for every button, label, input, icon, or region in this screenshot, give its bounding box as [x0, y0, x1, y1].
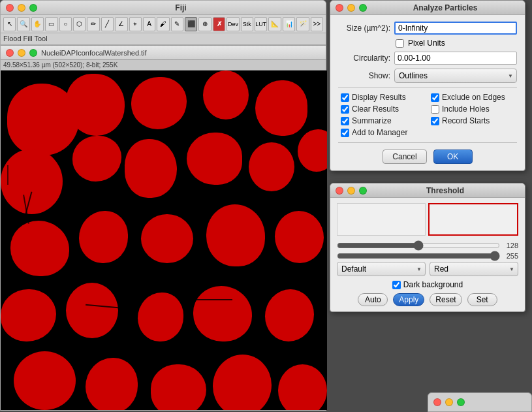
cancel-button[interactable]: Cancel [383, 150, 426, 164]
wand-tool[interactable]: ⌖ [129, 17, 142, 31]
stk-btn[interactable]: Stk [241, 17, 253, 31]
reset-button[interactable]: Reset [430, 293, 462, 306]
analyze-dialog-buttons: Cancel OK [338, 150, 517, 164]
small-max-btn[interactable] [457, 398, 465, 406]
image-close-button[interactable] [6, 49, 14, 57]
image-title: NucleiDAPIconfocalWatershed.tif [41, 49, 147, 57]
analyze-min-btn[interactable] [347, 4, 355, 12]
lut-btn[interactable]: LUT [255, 17, 267, 31]
upper-threshold-value: 255 [503, 252, 518, 260]
more-btn[interactable]: >> [311, 17, 323, 31]
preview-right-panel [428, 203, 518, 236]
text-tool[interactable]: A [143, 17, 155, 31]
set-button[interactable]: Set [467, 293, 497, 306]
dark-background-checkbox[interactable] [392, 281, 401, 289]
include-holes-label: Include Holes [442, 104, 490, 114]
clear-results-label: Clear Results [352, 104, 399, 114]
threshold-min-btn[interactable] [347, 187, 355, 195]
image-titlebar: NucleiDAPIconfocalWatershed.tif [1, 46, 326, 60]
analyze-close-btn[interactable] [336, 4, 343, 12]
minimize-button[interactable] [18, 4, 25, 12]
color-select-wrapper: Red Black & White Over/Under [430, 262, 518, 276]
small-close-btn[interactable] [433, 398, 441, 406]
image-maximize-button[interactable] [29, 49, 37, 57]
threshold-close-btn[interactable] [336, 187, 343, 195]
wand2-btn[interactable]: 🪄 [296, 17, 309, 31]
exclude-edges-row: Exclude on Edges [431, 93, 514, 102]
dev-btn[interactable]: Dev [227, 17, 239, 31]
circularity-input[interactable] [394, 52, 517, 65]
threshold-max-btn[interactable] [359, 187, 367, 195]
preview-left-panel [337, 203, 426, 236]
upper-threshold-slider[interactable] [337, 251, 500, 261]
analyze-btn[interactable]: 📊 [283, 17, 295, 31]
threshold-method-select[interactable]: Default Huang Otsu [337, 262, 426, 276]
measure-btn[interactable]: 📐 [268, 17, 281, 31]
custom-tool-1[interactable]: ✗ [213, 17, 225, 31]
add-to-manager-checkbox[interactable] [341, 129, 349, 137]
summarize-checkbox[interactable] [341, 117, 349, 125]
slider-row-2: 255 [337, 251, 518, 261]
size-input[interactable] [394, 22, 517, 35]
image-info-bar: 49.58×51.36 µm (502×520); 8-bit; 255K [1, 60, 326, 71]
threshold-color-select[interactable]: Red Black & White Over/Under [430, 262, 518, 276]
threshold-selects: Default Huang Otsu Red Black & White Ove… [337, 262, 518, 276]
analyze-max-btn[interactable] [359, 4, 367, 12]
lower-threshold-slider[interactable] [337, 241, 500, 250]
rect-tool[interactable]: ▭ [45, 17, 57, 31]
exclude-edges-label: Exclude on Edges [442, 93, 505, 102]
add-to-manager-label: Add to Manager [352, 128, 407, 137]
exclude-edges-checkbox[interactable] [431, 93, 439, 102]
display-results-row: Display Results [341, 93, 424, 102]
fiji-window: Fiji ↖ 🔍 ✋ ▭ ○ ⬡ ✏ ╱ ∠ ⌖ A 🖌 ✎ ⬛ ⊕ ✗ Dev… [0, 0, 326, 411]
pencil-tool[interactable]: ✎ [171, 17, 183, 31]
clear-results-row: Clear Results [341, 104, 424, 114]
show-select[interactable]: Outlines Nothing Bare Outlines Ellipses … [394, 69, 517, 83]
freehand-tool[interactable]: ✏ [87, 17, 99, 31]
arrow-tool[interactable]: ↖ [3, 17, 16, 31]
ok-button[interactable]: OK [433, 150, 473, 164]
small-window [428, 392, 532, 412]
fiji-status-bar: Flood Fill Tool [1, 33, 326, 45]
hand-tool[interactable]: ✋ [31, 17, 44, 31]
include-holes-checkbox[interactable] [431, 105, 439, 114]
threshold-dialog-body: 128 255 Default Huang Otsu Red Black & W… [330, 198, 525, 311]
circularity-row: Circularity: [338, 52, 517, 65]
method-select-wrapper: Default Huang Otsu [337, 262, 426, 276]
show-label: Show: [338, 71, 390, 80]
circularity-label: Circularity: [338, 54, 390, 63]
lower-threshold-value: 128 [503, 242, 518, 249]
size-row: Size (µm^2): [338, 22, 517, 35]
show-select-wrapper: Outlines Nothing Bare Outlines Ellipses … [394, 69, 517, 83]
brush-tool[interactable]: 🖌 [157, 17, 169, 31]
image-canvas [1, 71, 327, 410]
color-picker[interactable]: ⊕ [198, 17, 211, 31]
image-info-text: 49.58×51.36 µm (502×520); 8-bit; 255K [3, 61, 117, 69]
dark-background-label: Dark background [403, 280, 463, 289]
show-row: Show: Outlines Nothing Bare Outlines Ell… [338, 69, 517, 83]
zoom-tool[interactable]: 🔍 [17, 17, 29, 31]
polygon-tool[interactable]: ⬡ [73, 17, 86, 31]
record-starts-checkbox[interactable] [431, 117, 439, 125]
auto-button[interactable]: Auto [358, 293, 388, 306]
threshold-dialog: Threshold 128 255 Default Huang Otsu [330, 183, 525, 312]
line-tool[interactable]: ╱ [101, 17, 114, 31]
flood-fill-tool[interactable]: ⬛ [185, 17, 197, 31]
clear-results-checkbox[interactable] [341, 105, 349, 114]
oval-tool[interactable]: ○ [59, 17, 72, 31]
display-results-checkbox[interactable] [341, 93, 349, 102]
pixel-units-checkbox[interactable] [396, 39, 404, 48]
summarize-label: Summarize [352, 116, 392, 125]
close-button[interactable] [6, 4, 14, 12]
analyze-particles-dialog: Analyze Particles Size (µm^2): Pixel Uni… [330, 0, 525, 171]
angle-tool[interactable]: ∠ [115, 17, 127, 31]
threshold-buttons: Auto Apply Reset Set [337, 293, 518, 306]
summarize-row: Summarize [341, 116, 424, 125]
record-starts-label: Record Starts [442, 116, 490, 125]
maximize-button[interactable] [29, 4, 37, 12]
analyze-dialog-title: Analyze Particles [371, 3, 520, 12]
image-minimize-button[interactable] [18, 49, 25, 57]
small-min-btn[interactable] [445, 398, 453, 406]
apply-button[interactable]: Apply [393, 293, 424, 306]
divider-1 [338, 87, 517, 87]
